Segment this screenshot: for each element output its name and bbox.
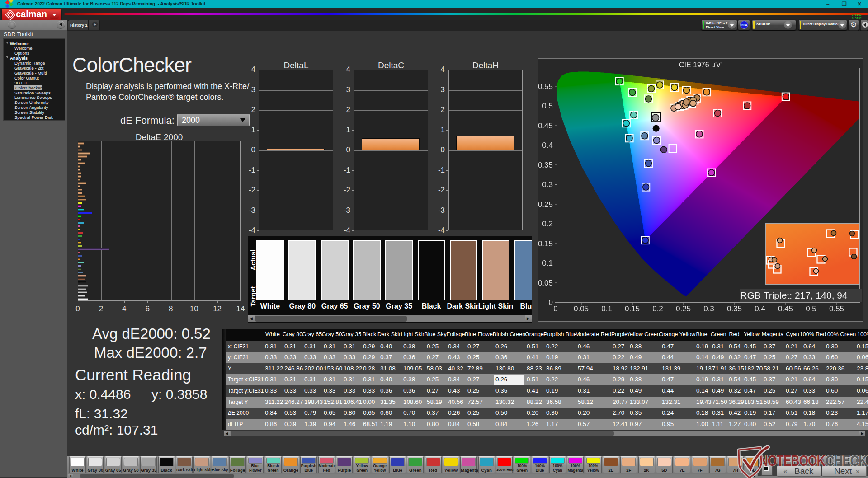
svg-text:CHECK: CHECK — [826, 452, 868, 469]
